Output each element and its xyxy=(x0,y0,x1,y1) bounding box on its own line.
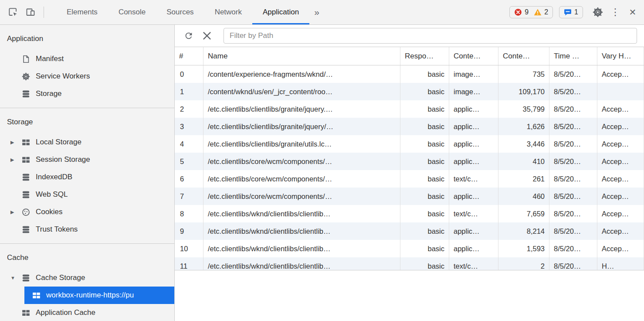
column-header[interactable]: Conte… xyxy=(498,47,549,65)
table-cell: 0 xyxy=(175,65,203,83)
table-row[interactable]: 4/etc.clientlibs/clientlibs/granite/util… xyxy=(175,135,644,153)
error-badge[interactable]: 9 xyxy=(514,8,529,16)
device-toolbar-button[interactable] xyxy=(22,3,39,21)
table-cell: basic xyxy=(400,153,449,170)
inspect-element-button[interactable] xyxy=(4,3,22,21)
tab-application[interactable]: Application xyxy=(252,0,309,24)
table-row[interactable]: 3/etc.clientlibs/clientlibs/granite/jque… xyxy=(175,118,644,135)
table-cell: /etc.clientlibs/wknd/clientlibs/clientli… xyxy=(203,240,400,257)
refresh-icon xyxy=(184,31,193,41)
table-cell: /content/experience-fragments/wknd/… xyxy=(203,65,400,83)
sidebar-section-title: Application xyxy=(0,25,174,50)
sidebar-item-label: Application Cache xyxy=(36,308,95,317)
sidebar-item-label: Cache Storage xyxy=(36,273,85,282)
table-cell: 7,659 xyxy=(498,205,549,222)
sidebar-item-cache-storage[interactable]: ▼Cache Storage xyxy=(0,269,174,287)
table-cell: 10 xyxy=(175,240,203,257)
table-cell: basic xyxy=(400,205,449,222)
table-cell: Accep… xyxy=(597,118,644,135)
table-cell: text/c… xyxy=(449,205,498,222)
table-cell: basic xyxy=(400,257,449,270)
table-cell: 8/5/20… xyxy=(549,118,597,135)
table-cell: /etc.clientlibs/clientlibs/granite/jquer… xyxy=(203,100,400,118)
table-cell: applic… xyxy=(449,222,498,240)
table-cell: 8/5/20… xyxy=(549,222,597,240)
menu-dots-button[interactable]: ⋮ xyxy=(607,3,624,21)
sidebar-section-title: Storage xyxy=(0,108,174,133)
tab-network[interactable]: Network xyxy=(204,0,252,24)
tab-sources[interactable]: Sources xyxy=(156,0,204,24)
error-icon xyxy=(514,8,522,16)
database-icon xyxy=(22,173,30,181)
sidebar-item-application-cache[interactable]: Application Cache xyxy=(0,304,174,321)
sidebar-item-session-storage[interactable]: ▶Session Storage xyxy=(0,151,174,168)
table-row[interactable]: 5/etc.clientlibs/core/wcm/components/…ba… xyxy=(175,153,644,170)
chevron-right-icon[interactable]: ▶ xyxy=(10,157,22,163)
column-header[interactable]: Vary H… xyxy=(597,47,644,65)
table-row[interactable]: 6/etc.clientlibs/core/wcm/components/…ba… xyxy=(175,170,644,188)
table-cell: 5 xyxy=(175,153,203,170)
sidebar-item-label: workbox-runtime-https://pu xyxy=(46,291,134,300)
sidebar-item-workbox-runtime-https-pu[interactable]: workbox-runtime-https://pu xyxy=(24,287,174,304)
console-status-badges[interactable]: 9 2 xyxy=(509,6,553,18)
close-icon xyxy=(202,31,212,41)
table-row[interactable]: 1/content/wknd/us/en/_jcr_content/roo…ba… xyxy=(175,83,644,100)
sidebar-item-service-workers[interactable]: Service Workers xyxy=(0,68,174,85)
table-row[interactable]: 2/etc.clientlibs/clientlibs/granite/jque… xyxy=(175,100,644,118)
table-cell: 7 xyxy=(175,188,203,205)
table-cell: basic xyxy=(400,188,449,205)
table-row[interactable]: 11/etc.clientlibs/wknd/clientlibs/client… xyxy=(175,257,644,270)
chevron-right-icon[interactable]: ▶ xyxy=(10,209,22,215)
issue-badge[interactable]: 1 xyxy=(564,8,578,16)
message-icon xyxy=(564,8,572,16)
column-header[interactable]: Respo… xyxy=(400,47,449,65)
table-row[interactable]: 9/etc.clientlibs/wknd/clientlibs/clientl… xyxy=(175,222,644,240)
table-cell: Accep… xyxy=(597,222,644,240)
cookie-icon xyxy=(22,208,30,216)
filter-path-input[interactable] xyxy=(224,28,637,44)
table-cell: 1,626 xyxy=(498,118,549,135)
issue-count: 1 xyxy=(574,8,578,16)
database-icon xyxy=(22,274,30,282)
issues-counter[interactable]: 1 xyxy=(559,6,583,18)
table-cell: basic xyxy=(400,118,449,135)
cache-toolbar xyxy=(175,25,644,47)
column-header[interactable]: # xyxy=(175,47,203,65)
table-cell: Accep… xyxy=(597,188,644,205)
table-cell: 9 xyxy=(175,222,203,240)
sidebar-item-trust-tokens[interactable]: Trust Tokens xyxy=(0,221,174,238)
more-tabs-button[interactable]: » xyxy=(309,3,324,21)
tab-elements[interactable]: Elements xyxy=(56,0,108,24)
error-count: 9 xyxy=(525,8,529,16)
refresh-button[interactable] xyxy=(181,28,197,44)
table-cell: /etc.clientlibs/clientlibs/granite/utils… xyxy=(203,135,400,153)
delete-selected-button[interactable] xyxy=(199,28,215,44)
column-header[interactable]: Time … xyxy=(549,47,597,65)
sidebar-item-cookies[interactable]: ▶Cookies xyxy=(0,203,174,221)
column-header[interactable]: Name xyxy=(203,47,400,65)
sidebar-item-storage[interactable]: Storage xyxy=(0,85,174,102)
application-sidebar: ApplicationManifestService WorkersStorag… xyxy=(0,25,175,321)
sidebar-item-web-sql[interactable]: Web SQL xyxy=(0,186,174,203)
sidebar-item-indexeddb[interactable]: IndexedDB xyxy=(0,168,174,186)
table-cell: /etc.clientlibs/core/wcm/components/… xyxy=(203,170,400,188)
sidebar-item-manifest[interactable]: Manifest xyxy=(0,50,174,68)
table-row[interactable]: 0/content/experience-fragments/wknd/…bas… xyxy=(175,65,644,83)
tab-console[interactable]: Console xyxy=(108,0,156,24)
settings-button[interactable] xyxy=(589,3,607,21)
chevron-down-icon[interactable]: ▼ xyxy=(10,275,22,280)
chevron-right-icon[interactable]: ▶ xyxy=(10,140,22,145)
table-cell: 8/5/20… xyxy=(549,65,597,83)
table-row[interactable]: 7/etc.clientlibs/core/wcm/components/…ba… xyxy=(175,188,644,205)
table-cell: Accep… xyxy=(597,100,644,118)
sidebar-item-local-storage[interactable]: ▶Local Storage xyxy=(0,133,174,151)
close-devtools-button[interactable]: ✕ xyxy=(624,3,641,21)
sidebar-section-application: ApplicationManifestService WorkersStorag… xyxy=(0,25,174,108)
column-header[interactable]: Conte… xyxy=(449,47,498,65)
table-cell: Accep… xyxy=(597,170,644,188)
warning-badge[interactable]: 2 xyxy=(534,8,548,16)
sidebar-item-label: Service Workers xyxy=(36,72,90,81)
table-row[interactable]: 10/etc.clientlibs/wknd/clientlibs/client… xyxy=(175,240,644,257)
table-row[interactable]: 8/etc.clientlibs/wknd/clientlibs/clientl… xyxy=(175,205,644,222)
table-cell: 2 xyxy=(175,100,203,118)
